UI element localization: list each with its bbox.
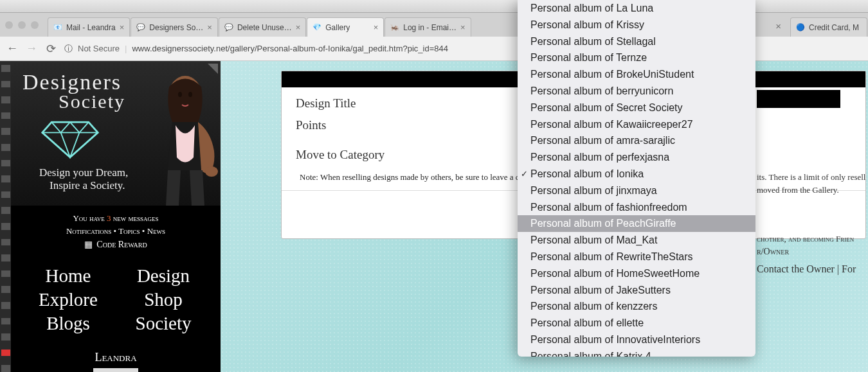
tab-label: Log in - Emai…	[403, 23, 457, 32]
browser-tab[interactable]: 🦗Log in - Emai…×	[384, 17, 471, 37]
dropdown-option[interactable]: Personal album of La Luna	[518, 0, 755, 17]
new-messages-line[interactable]: You have 3 new messages	[17, 213, 214, 224]
svg-point-3	[178, 92, 182, 97]
dropdown-option[interactable]: Personal album of Katrix.4	[518, 348, 755, 357]
right-panel-peek: its. There is a limit of only resell mov…	[757, 90, 868, 275]
dropdown-option[interactable]: Personal album of RewriteTheStars	[518, 249, 755, 265]
tab-favicon-icon: 💬	[136, 23, 145, 32]
browser-tab[interactable]: 📧Mail - Leandra×	[48, 17, 130, 37]
nav-home[interactable]: Home	[26, 265, 110, 287]
dropdown-option[interactable]: Personal album of Stellagal	[518, 33, 755, 50]
dropdown-option[interactable]: Personal album of jinxmaya	[518, 182, 755, 199]
tab-favicon-icon: 💬	[224, 23, 233, 32]
dropdown-option[interactable]: Personal album of JakeSutters	[518, 282, 755, 299]
dropdown-option[interactable]: Personal album of ellette	[518, 315, 755, 332]
site-sidebar: Designers Society Design your Dream, Ins…	[11, 61, 221, 372]
qr-icon: ▦	[84, 239, 93, 250]
main-nav: HomeDesignExploreShopBlogsSociety	[11, 258, 221, 342]
black-header-strip	[757, 90, 840, 108]
category-dropdown[interactable]: Personal album of La LunaPersonal album …	[518, 0, 755, 357]
nav-shop[interactable]: Shop	[122, 289, 205, 310]
dropdown-option[interactable]: Personal album of perfexjasna	[518, 149, 755, 166]
svg-point-4	[188, 92, 192, 97]
tab-close-icon[interactable]: ×	[296, 22, 301, 32]
tab-close-icon[interactable]: ×	[460, 22, 466, 32]
browser-tab[interactable]: 💬Designers So…×	[131, 17, 218, 37]
user-block: Leandra -My Info-	[11, 351, 221, 372]
dropdown-option[interactable]: Personal album of berryunicorn	[518, 83, 755, 100]
browser-tab[interactable]: 💎Gallery×	[307, 17, 384, 37]
tab-label: Designers So…	[149, 23, 203, 32]
tab-close-icon[interactable]: ×	[207, 22, 212, 32]
close-window[interactable]	[5, 21, 13, 29]
browser-tab[interactable]: 💬Delete Unuse…×	[219, 17, 306, 37]
code-reward-line[interactable]: ▦ Code Reward	[17, 239, 214, 250]
tab-label: Gallery	[325, 23, 350, 32]
browser-tab[interactable]: 🔵Credit Card, M	[790, 17, 867, 37]
back-button[interactable]: ←	[6, 43, 18, 55]
nav-explore[interactable]: Explore	[26, 289, 110, 310]
tab-close-icon[interactable]: ×	[374, 22, 379, 32]
contact-owner-link[interactable]: Contact the Owner | For	[757, 263, 868, 275]
dropdown-option[interactable]: Personal album of fashionfreedom	[518, 199, 755, 216]
dropdown-option[interactable]: Personal album of Secret Society	[518, 100, 755, 116]
dropdown-option[interactable]: Personal album of PeachGiraffe	[518, 215, 755, 232]
reload-button[interactable]: ⟳	[45, 43, 57, 55]
username[interactable]: Leandra	[11, 351, 221, 364]
nav-design[interactable]: Design	[122, 265, 205, 287]
tab-favicon-icon: 📧	[53, 23, 62, 32]
nav-blogs[interactable]: Blogs	[26, 313, 110, 334]
dropdown-option[interactable]: Personal album of amra-sarajlic	[518, 132, 755, 149]
tab-label: Mail - Leandra	[66, 23, 116, 32]
dropdown-option[interactable]: Personal album of HomeSweetHome	[518, 265, 755, 282]
messages-bar[interactable]: You have 3 new messages Notifications • …	[11, 206, 221, 258]
dropdown-option[interactable]: Personal album of Mad_Kat	[518, 232, 755, 249]
dropdown-option[interactable]: Personal album of InnovativeInteriors	[518, 332, 755, 348]
user-thumbnail[interactable]	[93, 368, 138, 372]
avatar-image	[137, 67, 221, 206]
tab-close-icon[interactable]: ×	[775, 21, 781, 31]
info-icon: ⓘ	[64, 43, 73, 55]
tab-close-icon[interactable]: ×	[120, 22, 125, 32]
security-status: Not Secure	[78, 44, 120, 53]
dropdown-option[interactable]: Personal album of Ternze	[518, 49, 755, 66]
tab-favicon-icon: 🦗	[390, 23, 399, 32]
site-header: Designers Society Design your Dream, Ins…	[11, 61, 221, 206]
os-dock-strip	[0, 61, 11, 372]
dropdown-option[interactable]: Personal album of Kawaiicreeper27	[518, 116, 755, 133]
nav-society[interactable]: Society	[122, 313, 205, 334]
dropdown-option[interactable]: Personal album of Krissy	[518, 17, 755, 33]
notifications-line[interactable]: Notifications • Topics • News	[17, 226, 214, 236]
url-text: www.designerssociety.net/gallery/Persona…	[132, 44, 448, 53]
dropdown-option[interactable]: Personal album of BrokeUniStudent	[518, 66, 755, 83]
dropdown-option[interactable]: Personal album of kenzzers	[518, 298, 755, 315]
tab-favicon-icon: 💎	[312, 23, 321, 32]
tab-label: Credit Card, M	[809, 23, 859, 32]
tab-favicon-icon: 🔵	[796, 23, 805, 32]
dropdown-option[interactable]: Personal album of Ionika	[518, 166, 755, 182]
minimize-window[interactable]	[18, 21, 26, 29]
maximize-window[interactable]	[31, 21, 39, 29]
forward-button[interactable]: →	[26, 43, 37, 55]
tab-label: Delete Unuse…	[237, 23, 292, 32]
window-controls[interactable]	[5, 21, 39, 29]
svg-point-5	[205, 166, 218, 177]
svg-marker-1	[42, 122, 98, 157]
